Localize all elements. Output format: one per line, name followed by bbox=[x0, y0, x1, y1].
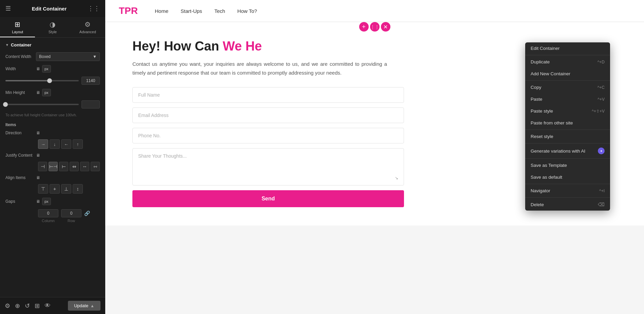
chevron-down-icon: ▼ bbox=[93, 54, 97, 59]
justify-end-btn[interactable]: ⊢ bbox=[59, 162, 68, 171]
duplicate-label: Duplicate bbox=[531, 59, 550, 64]
navigator-shortcut: ^+I bbox=[599, 189, 605, 193]
context-paste[interactable]: Paste ^+V bbox=[525, 93, 610, 105]
close-container-btn[interactable]: ✕ bbox=[381, 22, 390, 32]
nav-home[interactable]: Home bbox=[155, 8, 168, 14]
direction-row: Direction 🖥 bbox=[5, 131, 100, 135]
justify-space-evenly-btn[interactable]: ⇿ bbox=[91, 162, 100, 171]
direction-label: Direction bbox=[5, 131, 36, 135]
context-edit-container[interactable]: Edit Container bbox=[525, 42, 610, 54]
ai-badge-icon: ✦ bbox=[598, 148, 605, 154]
history-icon[interactable]: ↺ bbox=[25, 302, 30, 310]
align-middle-btn[interactable]: + bbox=[50, 184, 60, 194]
direction-down-btn[interactable]: ↓ bbox=[50, 139, 60, 149]
paste-style-label: Paste style bbox=[531, 109, 553, 114]
min-height-control: 🖥 px bbox=[36, 89, 100, 96]
link-icon[interactable]: 🔗 bbox=[84, 211, 90, 216]
nav-tech[interactable]: Tech bbox=[214, 8, 225, 14]
template-icon[interactable]: ⊞ bbox=[35, 302, 40, 310]
width-slider-track[interactable] bbox=[5, 80, 79, 81]
context-paste-style[interactable]: Paste style ^+⇧+V bbox=[525, 105, 610, 117]
context-reset-style[interactable]: Reset style bbox=[525, 131, 610, 142]
justify-space-around-btn[interactable]: ↔ bbox=[80, 162, 89, 171]
divider-5 bbox=[525, 158, 610, 159]
min-height-input[interactable] bbox=[81, 100, 100, 109]
phone-field[interactable]: Phone No. bbox=[132, 128, 404, 143]
min-height-hint: To achieve full height Container use 100… bbox=[5, 113, 100, 118]
content-width-control: Boxed ▼ bbox=[36, 52, 100, 61]
width-row: Width 🖥 px bbox=[5, 65, 100, 73]
context-save-default[interactable]: Save as default bbox=[525, 171, 610, 183]
context-add-new-container[interactable]: Add New Container bbox=[525, 68, 610, 80]
context-copy[interactable]: Copy ^+C bbox=[525, 81, 610, 93]
min-height-unit[interactable]: px bbox=[42, 89, 51, 96]
content-width-select[interactable]: Boxed ▼ bbox=[36, 52, 100, 61]
context-paste-other[interactable]: Paste from other site bbox=[525, 117, 610, 129]
section-label: Container bbox=[11, 42, 32, 47]
justify-control: 🖥 bbox=[36, 153, 100, 158]
divider-3 bbox=[525, 130, 610, 130]
hamburger-icon[interactable]: ☰ bbox=[5, 5, 11, 12]
advanced-tab-icon: ⚙ bbox=[85, 20, 91, 28]
bottom-icons: ⚙ ⊕ ↺ ⊞ 👁 bbox=[5, 302, 51, 310]
monitor-icon-6: 🖥 bbox=[36, 199, 40, 204]
grid-icon[interactable]: ⋮⋮ bbox=[88, 5, 100, 12]
phone-placeholder: Phone No. bbox=[138, 133, 161, 138]
min-height-slider-track[interactable] bbox=[5, 104, 79, 105]
direction-up-btn[interactable]: ↑ bbox=[73, 139, 83, 149]
nav-logo: TPR bbox=[119, 5, 138, 16]
nav-startups[interactable]: Start-Ups bbox=[181, 8, 202, 14]
tab-style[interactable]: ◑ Style bbox=[35, 17, 70, 37]
justify-space-between-btn[interactable]: ⇔ bbox=[70, 162, 79, 171]
layout-tab-icon: ⊞ bbox=[15, 20, 20, 28]
navigator-label: Navigator bbox=[531, 188, 550, 193]
tab-layout[interactable]: ⊞ Layout bbox=[0, 17, 35, 37]
align-bottom-btn[interactable]: ⊥ bbox=[61, 184, 71, 194]
panel-content: ▼ Container Content Width Boxed ▼ Width … bbox=[0, 38, 105, 297]
context-generate-ai[interactable]: Generate variations with AI ✦ bbox=[525, 144, 610, 158]
gap-col-input[interactable] bbox=[38, 209, 58, 217]
update-button[interactable]: Update ▲ bbox=[68, 301, 100, 311]
add-new-container-label: Add New Container bbox=[531, 71, 570, 76]
reset-style-label: Reset style bbox=[531, 134, 553, 139]
align-control: 🖥 bbox=[36, 175, 100, 180]
textarea-field[interactable]: Share Your Thoughts... ↘ bbox=[132, 148, 404, 185]
send-button[interactable]: Send bbox=[132, 190, 404, 207]
align-stretch-btn[interactable]: ↕ bbox=[73, 184, 83, 194]
direction-left-btn[interactable]: ← bbox=[61, 139, 71, 149]
nav-howto[interactable]: How To? bbox=[237, 8, 257, 14]
width-input[interactable] bbox=[81, 77, 100, 85]
col-label: Column bbox=[38, 219, 58, 223]
content-width-row: Content Width Boxed ▼ bbox=[5, 52, 100, 61]
direction-control: 🖥 bbox=[36, 131, 100, 135]
divider-1 bbox=[525, 55, 610, 55]
email-field[interactable]: Email Address bbox=[132, 107, 404, 123]
direction-right-btn[interactable]: → bbox=[38, 139, 48, 149]
width-unit[interactable]: px bbox=[42, 65, 51, 73]
section-arrow-icon[interactable]: ▼ bbox=[5, 43, 9, 47]
context-delete[interactable]: Delete ⌫ bbox=[525, 198, 610, 211]
context-save-template[interactable]: Save as Template bbox=[525, 159, 610, 171]
min-height-slider-thumb[interactable] bbox=[3, 102, 8, 107]
justify-center-btn[interactable]: ⊢⊣ bbox=[49, 162, 58, 171]
add-container-btn[interactable]: + bbox=[359, 22, 369, 32]
gap-row-input[interactable] bbox=[61, 209, 81, 217]
monitor-icon-4: 🖥 bbox=[36, 153, 40, 158]
align-top-btn[interactable]: ⊤ bbox=[38, 184, 48, 194]
view-icon[interactable]: 👁 bbox=[44, 302, 51, 310]
paste-shortcut: ^+V bbox=[597, 97, 605, 102]
move-container-btn[interactable]: ⋮⋮ bbox=[370, 22, 380, 32]
justify-start-btn[interactable]: ⊣ bbox=[38, 162, 47, 171]
gaps-unit[interactable]: px bbox=[42, 198, 51, 205]
gaps-control: 🖥 px bbox=[36, 198, 100, 205]
tab-advanced[interactable]: ⚙ Advanced bbox=[70, 17, 105, 37]
panel-bottom: ⚙ ⊕ ↺ ⊞ 👁 Update ▲ bbox=[0, 297, 105, 314]
full-name-field[interactable]: Full Name bbox=[132, 87, 404, 103]
settings-icon[interactable]: ⚙ bbox=[5, 302, 10, 310]
divider-2 bbox=[525, 80, 610, 81]
layers-icon[interactable]: ⊕ bbox=[15, 302, 20, 310]
context-duplicate[interactable]: Duplicate ^+D bbox=[525, 56, 610, 68]
width-slider-thumb[interactable] bbox=[47, 78, 52, 83]
gaps-inputs: 🔗 bbox=[5, 209, 100, 217]
context-navigator[interactable]: Navigator ^+I bbox=[525, 185, 610, 197]
